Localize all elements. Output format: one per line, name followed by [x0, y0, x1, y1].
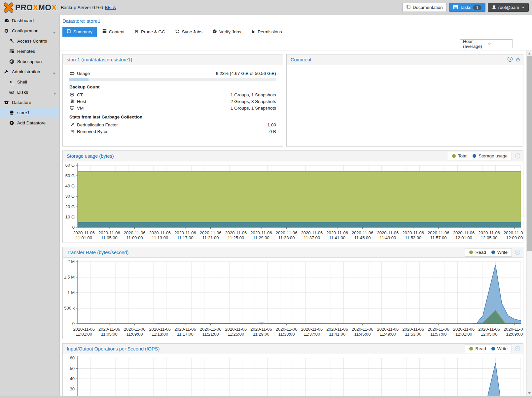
svg-text:2020-11-06: 2020-11-06 — [402, 327, 424, 332]
svg-text:2020-11-06: 2020-11-06 — [98, 230, 120, 235]
transfer-rate-header: Transfer Rate (bytes/second) Read Write — [63, 247, 523, 258]
plus-circle-icon — [9, 120, 15, 125]
svg-text:2020-11-06: 2020-11-06 — [301, 327, 323, 332]
usage-row: Usage 9.23% (4.67 GiB of 50.56 GiB) — [69, 69, 276, 77]
storage-usage-chart-area: 010 G20 G30 G40 G50 G60 G2020-11-0611:01… — [63, 161, 523, 243]
archive-box-icon — [4, 100, 9, 105]
chevron-right-icon[interactable] — [54, 91, 56, 96]
sidebar-item-remotes[interactable]: Remotes — [0, 46, 59, 56]
svg-text:2020-11-06: 2020-11-06 — [225, 230, 247, 235]
documentation-button[interactable]: Documentation — [402, 3, 447, 12]
server-list-icon — [9, 49, 15, 54]
task-list-icon — [453, 5, 458, 11]
collapse-icon[interactable] — [515, 346, 520, 351]
svg-text:2020-11-06: 2020-11-06 — [326, 327, 348, 332]
svg-text:11:01:00: 11:01:00 — [76, 235, 92, 240]
tab-bar: Summary Content Prune & GC Sync Jobs Ver… — [60, 24, 532, 37]
transfer-rate-legend: Read Write — [465, 248, 512, 257]
tab-sync-jobs[interactable]: Sync Jobs — [171, 27, 207, 37]
svg-text:10 G: 10 G — [65, 215, 75, 219]
sidebar-item-administration[interactable]: Administration — [0, 67, 59, 77]
collapse-icon[interactable] — [515, 153, 520, 159]
hdd-icon — [9, 90, 15, 95]
user-icon — [492, 5, 496, 10]
tab-summary[interactable]: Summary — [62, 27, 97, 37]
svg-text:2020-11-06: 2020-11-06 — [174, 327, 196, 332]
svg-text:11:41:00: 11:41:00 — [329, 235, 345, 240]
svg-text:2020-11-06: 2020-11-06 — [428, 327, 449, 332]
sidebar-item-dashboard[interactable]: Dashboard — [0, 16, 59, 26]
svg-text:2020-11-06: 2020-11-06 — [174, 230, 196, 235]
iops-legend: Read Write — [465, 345, 512, 353]
transfer-rate-title: Transfer Rate (bytes/second) — [67, 250, 128, 255]
collapse-icon[interactable] — [515, 249, 520, 255]
scroll-down-icon[interactable] — [527, 391, 532, 396]
cube-icon — [69, 92, 75, 97]
legend-item-write[interactable]: Write — [491, 250, 508, 255]
sidebar-item-configuration[interactable]: ⚙ Configuration — [0, 26, 59, 36]
gear-icon[interactable]: ⚙ — [515, 57, 520, 63]
store1-panel-header: store1 (/mnt/datastores/store1) — [63, 54, 283, 65]
comment-panel: Comment ⚙ — [286, 54, 523, 147]
svg-text:12:01:00: 12:01:00 — [455, 332, 472, 337]
tasks-button[interactable]: Tasks 1 — [449, 3, 485, 12]
svg-text:2020-11-06: 2020-11-06 — [352, 230, 373, 235]
backup-count-heading: Backup Count — [69, 84, 276, 89]
svg-text:11:53:00: 11:53:00 — [405, 332, 421, 337]
legend-item-read[interactable]: Read — [469, 346, 486, 351]
chevron-down-icon[interactable] — [53, 30, 56, 35]
scrollbar-thumb[interactable] — [527, 56, 532, 251]
svg-text:11:17:00: 11:17:00 — [177, 235, 194, 240]
sidebar-item-datastore[interactable]: Datastore — [0, 97, 59, 108]
svg-text:11:01:00: 11:01:00 — [76, 332, 92, 337]
user-menu-button[interactable]: root@pam — [488, 3, 529, 12]
sidebar-item-disks[interactable]: Disks — [0, 87, 59, 97]
legend-item-read[interactable]: Read — [469, 250, 486, 255]
chevron-down-icon[interactable] — [53, 71, 56, 76]
iops-chart: 01020304050602020-11-0611:01:002020-11-0… — [63, 355, 523, 398]
chevron-circle-right-icon[interactable] — [507, 56, 513, 63]
sidebar-item-add-datastore[interactable]: Add Datastore — [0, 118, 59, 128]
svg-text:11:49:00: 11:49:00 — [380, 332, 396, 337]
sidebar-item-access-control[interactable]: Access Control — [0, 36, 59, 46]
svg-text:11:49:00: 11:49:00 — [380, 235, 396, 240]
svg-text:2020-11-06: 2020-11-06 — [149, 327, 171, 332]
main-content: Datastore: store1 Summary Content Prune … — [60, 15, 532, 398]
sidebar-item-shell[interactable]: >_ Shell — [0, 77, 59, 87]
legend-dot — [469, 250, 473, 254]
comment-panel-body[interactable] — [287, 65, 523, 146]
removed-bytes-row: Removed Bytes 0 B — [69, 128, 276, 135]
chevron-down-icon — [485, 43, 513, 45]
tab-content[interactable]: Content — [98, 27, 129, 37]
key-icon — [9, 39, 15, 44]
legend-item-storage-usage[interactable]: Storage usage — [473, 153, 508, 158]
header-actions: Documentation Tasks 1 root@pam — [402, 3, 532, 12]
svg-text:2020-11-06: 2020-11-06 — [504, 230, 523, 235]
tab-verify-jobs[interactable]: Verify Jobs — [208, 27, 245, 37]
svg-text:0: 0 — [72, 321, 75, 326]
beta-link[interactable]: BETA — [105, 5, 116, 10]
legend-item-write[interactable]: Write — [491, 346, 508, 351]
sidebar-item-store1[interactable]: store1 — [0, 108, 59, 118]
sidebar-item-subscription[interactable]: Subscription — [0, 56, 59, 67]
scroll-up-icon[interactable] — [527, 51, 532, 56]
legend-item-total[interactable]: Total — [452, 153, 468, 158]
svg-text:11:45:00: 11:45:00 — [354, 235, 371, 240]
vertical-scrollbar[interactable] — [526, 50, 532, 398]
svg-text:12:09:00: 12:09:00 — [506, 332, 523, 337]
svg-text:60 G: 60 G — [65, 163, 75, 168]
tab-permissions[interactable]: Permissions — [247, 27, 286, 37]
timeframe-select[interactable]: Hour (average) — [460, 39, 513, 48]
trash-icon — [134, 29, 139, 35]
svg-text:20 G: 20 G — [65, 204, 75, 209]
svg-text:2020-11-06: 2020-11-06 — [250, 230, 272, 235]
svg-text:2020-11-06: 2020-11-06 — [453, 230, 475, 235]
tab-prune-gc[interactable]: Prune & GC — [130, 27, 169, 37]
usage-value: 9.23% (4.67 GiB of 50.56 GiB) — [216, 71, 276, 76]
check-circle-icon — [212, 29, 217, 35]
storage-usage-title: Storage usage (bytes) — [67, 153, 114, 159]
svg-text:40: 40 — [70, 376, 75, 381]
vm-row: VM 1 Groups, 1 Snapshots — [69, 105, 276, 111]
svg-text:2020-11-06: 2020-11-06 — [200, 230, 222, 235]
svg-text:2020-11-06: 2020-11-06 — [326, 230, 348, 235]
